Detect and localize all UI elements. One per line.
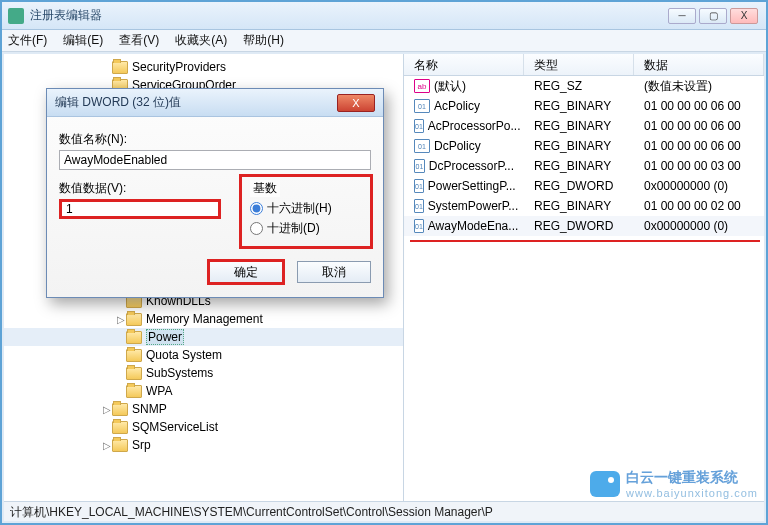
base-fieldset: 基数 十六进制(H) 十进制(D) [241, 176, 371, 247]
tree-item[interactable]: SubSystems [4, 364, 403, 382]
binary-icon: 01 [414, 119, 424, 133]
binary-icon: 01 [414, 219, 424, 233]
value-data: 01 00 00 00 02 00 [634, 199, 764, 213]
radio-dec-input[interactable] [250, 222, 263, 235]
tree-expand-icon[interactable]: ▷ [116, 314, 126, 325]
tree-expand-icon[interactable]: ▷ [102, 404, 112, 415]
tree-label: Srp [132, 438, 151, 452]
binary-icon: 01 [414, 159, 425, 173]
folder-icon [112, 403, 128, 416]
ok-button[interactable]: 确定 [209, 261, 283, 283]
statusbar: 计算机\HKEY_LOCAL_MACHINE\SYSTEM\CurrentCon… [4, 501, 764, 521]
menu-edit[interactable]: 编辑(E) [63, 32, 103, 49]
menu-view[interactable]: 查看(V) [119, 32, 159, 49]
col-header-data[interactable]: 数据 [634, 54, 764, 75]
value-name: AcPolicy [434, 99, 480, 113]
radio-dec[interactable]: 十进制(D) [250, 220, 362, 237]
list-row[interactable]: 01DcPolicyREG_BINARY01 00 00 00 06 00 [404, 136, 764, 156]
value-name: AwayModeEna... [428, 219, 519, 233]
menu-help[interactable]: 帮助(H) [243, 32, 284, 49]
dialog-title: 编辑 DWORD (32 位)值 [55, 94, 181, 111]
value-name: SystemPowerP... [428, 199, 518, 213]
value-type: REG_SZ [524, 79, 634, 93]
value-name: (默认) [434, 78, 466, 95]
value-data-input[interactable] [59, 199, 221, 219]
list-row[interactable]: 01PowerSettingP...REG_DWORD0x00000000 (0… [404, 176, 764, 196]
value-name-input[interactable] [59, 150, 371, 170]
string-icon: ab [414, 79, 430, 93]
tree-label: Power [146, 329, 184, 345]
tree-item[interactable]: SecurityProviders [4, 58, 403, 76]
folder-icon [126, 331, 142, 344]
list-row[interactable]: 01DcProcessorP...REG_BINARY01 00 00 00 0… [404, 156, 764, 176]
maximize-button[interactable]: ▢ [699, 8, 727, 24]
folder-icon [126, 349, 142, 362]
tree-item[interactable]: ▷Srp [4, 436, 403, 454]
tree-item[interactable]: Power [4, 328, 403, 346]
tree-label: Memory Management [146, 312, 263, 326]
list-row[interactable]: 01AwayModeEna...REG_DWORD0x00000000 (0) [404, 216, 764, 236]
tree-item[interactable]: Quota System [4, 346, 403, 364]
value-type: REG_DWORD [524, 219, 634, 233]
watermark-text: 白云一键重装系统 [626, 469, 738, 485]
titlebar: 注册表编辑器 ─ ▢ X [2, 2, 766, 30]
value-type: REG_DWORD [524, 179, 634, 193]
base-label: 基数 [250, 180, 280, 197]
value-data: 01 00 00 00 06 00 [634, 119, 764, 133]
tree-item[interactable]: ▷Memory Management [4, 310, 403, 328]
value-type: REG_BINARY [524, 139, 634, 153]
list-row[interactable]: ab(默认)REG_SZ(数值未设置) [404, 76, 764, 96]
value-data: 01 00 00 00 06 00 [634, 139, 764, 153]
value-name: PowerSettingP... [428, 179, 516, 193]
list-row[interactable]: 01AcProcessorPo...REG_BINARY01 00 00 00 … [404, 116, 764, 136]
value-name-label: 数值名称(N): [59, 131, 371, 148]
binary-icon: 01 [414, 99, 430, 113]
value-type: REG_BINARY [524, 159, 634, 173]
dialog-close-button[interactable]: X [337, 94, 375, 112]
value-type: REG_BINARY [524, 199, 634, 213]
watermark: 白云一键重装系统 www.baiyunxitong.com [590, 469, 758, 499]
dialog-titlebar: 编辑 DWORD (32 位)值 X [47, 89, 383, 117]
menu-favorites[interactable]: 收藏夹(A) [175, 32, 227, 49]
menu-file[interactable]: 文件(F) [8, 32, 47, 49]
cancel-button[interactable]: 取消 [297, 261, 371, 283]
value-data-label: 数值数据(V): [59, 180, 221, 197]
value-data: 01 00 00 00 06 00 [634, 99, 764, 113]
folder-icon [112, 439, 128, 452]
window-title: 注册表编辑器 [30, 7, 668, 24]
list-header: 名称 类型 数据 [404, 54, 764, 76]
value-data: (数值未设置) [634, 78, 764, 95]
binary-icon: 01 [414, 139, 430, 153]
app-icon [8, 8, 24, 24]
value-name: DcPolicy [434, 139, 481, 153]
tree-label: SNMP [132, 402, 167, 416]
close-button[interactable]: X [730, 8, 758, 24]
value-data: 0x00000000 (0) [634, 179, 764, 193]
binary-icon: 01 [414, 199, 424, 213]
col-header-type[interactable]: 类型 [524, 54, 634, 75]
col-header-name[interactable]: 名称 [404, 54, 524, 75]
highlight-underline [410, 240, 760, 242]
list-row[interactable]: 01SystemPowerP...REG_BINARY01 00 00 00 0… [404, 196, 764, 216]
tree-expand-icon[interactable]: ▷ [102, 440, 112, 451]
binary-icon: 01 [414, 179, 424, 193]
tree-item[interactable]: SQMServiceList [4, 418, 403, 436]
tree-item[interactable]: WPA [4, 382, 403, 400]
folder-icon [126, 313, 142, 326]
list-row[interactable]: 01AcPolicyREG_BINARY01 00 00 00 06 00 [404, 96, 764, 116]
list-pane[interactable]: 名称 类型 数据 ab(默认)REG_SZ(数值未设置)01AcPolicyRE… [404, 54, 764, 501]
watermark-icon [590, 471, 620, 497]
value-data: 0x00000000 (0) [634, 219, 764, 233]
value-name: DcProcessorP... [429, 159, 514, 173]
edit-dword-dialog: 编辑 DWORD (32 位)值 X 数值名称(N): 数值数据(V): 基数 … [46, 88, 384, 298]
folder-icon [112, 61, 128, 74]
value-type: REG_BINARY [524, 119, 634, 133]
watermark-url: www.baiyunxitong.com [626, 487, 758, 499]
radio-hex[interactable]: 十六进制(H) [250, 200, 362, 217]
tree-item[interactable]: ▷SNMP [4, 400, 403, 418]
tree-label: Quota System [146, 348, 222, 362]
value-data: 01 00 00 00 03 00 [634, 159, 764, 173]
minimize-button[interactable]: ─ [668, 8, 696, 24]
radio-hex-input[interactable] [250, 202, 263, 215]
tree-label: SecurityProviders [132, 60, 226, 74]
